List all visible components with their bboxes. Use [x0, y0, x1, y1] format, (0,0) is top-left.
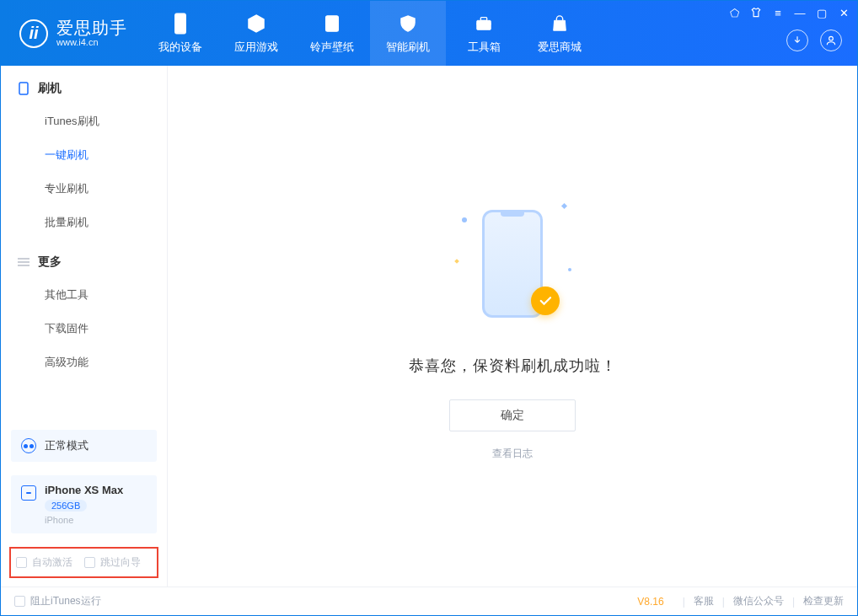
pin-icon[interactable]: ⬠ [727, 6, 741, 19]
bag-icon [549, 13, 571, 35]
success-message: 恭喜您，保资料刷机成功啦！ [409, 356, 617, 376]
nav-apps-games[interactable]: 应用游戏 [218, 1, 294, 66]
nav-store[interactable]: 爱思商城 [522, 1, 598, 66]
nav-smart-flash[interactable]: 智能刷机 [370, 1, 446, 66]
toolbox-icon [473, 13, 495, 35]
cube-icon [245, 13, 267, 35]
music-icon [321, 13, 343, 35]
sidebar-section-more: 更多 [1, 239, 167, 278]
device-small-icon [18, 83, 29, 94]
sidebar-section-flash: 刷机 [1, 66, 167, 104]
svg-rect-0 [175, 13, 186, 33]
svg-rect-1 [178, 31, 183, 32]
checkbox-block-itunes[interactable]: 阻止iTunes运行 [14, 594, 101, 608]
checkbox-skip-guide[interactable]: 跳过向导 [84, 555, 141, 570]
download-button[interactable] [786, 29, 808, 51]
check-badge-icon [531, 287, 560, 315]
minimize-icon[interactable]: — [793, 6, 807, 19]
mode-card[interactable]: 正常模式 [11, 430, 157, 462]
logo-text: 爱思助手 www.i4.cn [56, 19, 127, 47]
mode-icon [21, 438, 36, 453]
device-info: iPhone XS Max 256GB iPhone [45, 484, 123, 525]
nav-ringtones[interactable]: 铃声壁纸 [294, 1, 370, 66]
maximize-icon[interactable]: ▢ [815, 6, 829, 19]
sidebar-item-itunes[interactable]: iTunes刷机 [1, 104, 167, 138]
svg-rect-4 [480, 17, 486, 20]
checkbox-label: 自动激活 [32, 555, 72, 570]
list-icon [18, 256, 29, 268]
svg-rect-7 [19, 83, 28, 94]
wechat-link[interactable]: 微信公众号 [733, 594, 784, 608]
sidebar-item-advanced[interactable]: 高级功能 [1, 345, 167, 379]
bottom-options-highlight: 自动激活 跳过向导 [9, 547, 158, 578]
check-update-link[interactable]: 检查更新 [803, 594, 844, 608]
refresh-shield-icon [397, 13, 419, 35]
window-controls: ⬠ ≡ — ▢ ✕ [727, 6, 850, 19]
nav-label: 爱思商城 [538, 40, 582, 55]
sidebar-item-onekey[interactable]: 一键刷机 [1, 138, 167, 172]
logo-icon: ii [19, 19, 48, 48]
confirm-button[interactable]: 确定 [449, 399, 576, 431]
device-name: iPhone XS Max [45, 484, 123, 496]
nav-label: 应用游戏 [234, 40, 278, 55]
nav-label: 智能刷机 [386, 40, 430, 55]
sidebar: 刷机 iTunes刷机 一键刷机 专业刷机 批量刷机 更多 其他工具 下载固件 … [1, 66, 168, 587]
close-icon[interactable]: ✕ [837, 6, 850, 19]
sidebar-item-other-tools[interactable]: 其他工具 [1, 278, 167, 312]
app-name-cn: 爱思助手 [56, 19, 127, 37]
top-nav: 我的设备 应用游戏 铃声壁纸 智能刷机 工具箱 爱思商城 [142, 1, 598, 66]
sidebar-item-batch[interactable]: 批量刷机 [1, 206, 167, 239]
svg-rect-3 [477, 20, 491, 29]
tshirt-icon[interactable] [749, 6, 763, 19]
checkbox-label: 阻止iTunes运行 [30, 594, 101, 608]
app-name-en: www.i4.cn [56, 37, 127, 47]
footer: 阻止iTunes运行 V8.16 | 客服 | 微信公众号 | 检查更新 [1, 587, 857, 615]
svg-rect-5 [477, 24, 491, 24]
sidebar-item-pro[interactable]: 专业刷机 [1, 172, 167, 206]
menu-icon[interactable]: ≡ [771, 6, 785, 19]
section-label: 更多 [38, 254, 62, 270]
checkbox-auto-activate[interactable]: 自动激活 [16, 555, 72, 570]
nav-toolbox[interactable]: 工具箱 [446, 1, 522, 66]
nav-label: 工具箱 [468, 40, 501, 55]
view-log-link[interactable]: 查看日志 [492, 447, 533, 461]
logo: ii 爱思助手 www.i4.cn [1, 1, 142, 66]
checkbox-label: 跳过向导 [100, 555, 141, 570]
sidebar-item-download-fw[interactable]: 下载固件 [1, 312, 167, 345]
svg-point-6 [829, 36, 834, 40]
success-illustration [453, 192, 571, 335]
checkbox-box [14, 596, 25, 607]
app-window: ⬠ ≡ — ▢ ✕ ii 爱思助手 www.i4.cn 我的设备 应用游戏 [0, 0, 858, 616]
mode-label: 正常模式 [45, 438, 88, 453]
nav-label: 铃声壁纸 [310, 40, 354, 55]
device-card[interactable]: iPhone XS Max 256GB iPhone [11, 475, 157, 533]
header: ⬠ ≡ — ▢ ✕ ii 爱思助手 www.i4.cn 我的设备 应用游戏 [1, 1, 857, 66]
section-label: 刷机 [38, 81, 62, 96]
phone-icon [169, 13, 191, 35]
user-button[interactable] [820, 29, 842, 51]
checkbox-box [84, 557, 95, 568]
device-type: iPhone [45, 515, 123, 525]
nav-label: 我的设备 [158, 40, 202, 55]
checkbox-box [16, 557, 27, 568]
body: 刷机 iTunes刷机 一键刷机 专业刷机 批量刷机 更多 其他工具 下载固件 … [1, 66, 857, 587]
nav-my-device[interactable]: 我的设备 [142, 1, 218, 66]
device-icon [21, 485, 36, 501]
support-link[interactable]: 客服 [694, 594, 714, 608]
device-capacity: 256GB [45, 500, 87, 512]
footer-right: V8.16 | 客服 | 微信公众号 | 检查更新 [637, 594, 844, 608]
version-label: V8.16 [637, 596, 663, 608]
main-content: 恭喜您，保资料刷机成功啦！ 确定 查看日志 [168, 66, 857, 587]
